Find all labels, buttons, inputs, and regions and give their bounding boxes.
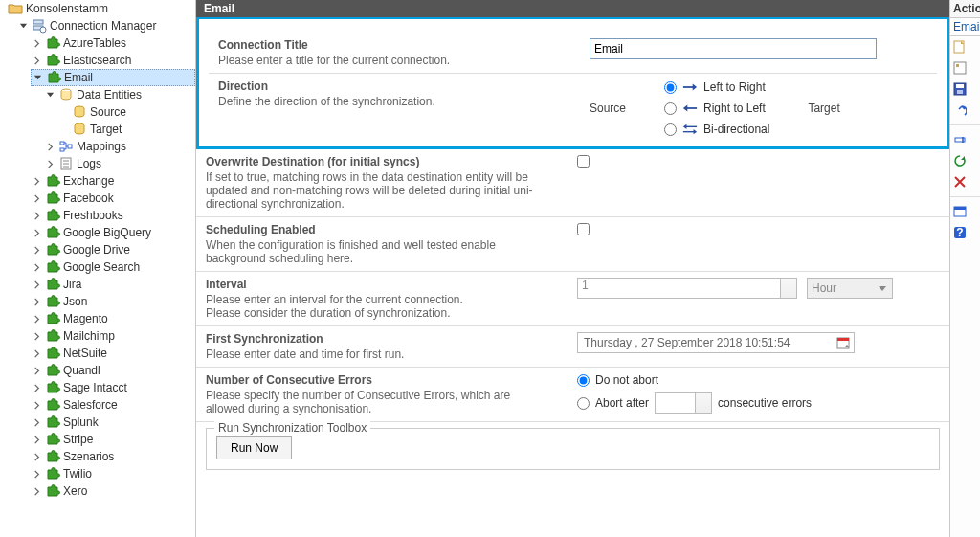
chevron-right-icon[interactable] <box>31 192 42 204</box>
tree-item-stripe[interactable]: Stripe <box>31 431 195 448</box>
action-save[interactable] <box>950 78 980 100</box>
tree-item-google-search[interactable]: Google Search <box>31 258 195 276</box>
tree-item-facebook[interactable]: Facebook <box>31 190 195 207</box>
direction-rtl-radio[interactable] <box>664 102 677 115</box>
svg-rect-8 <box>68 145 72 148</box>
tree-item-szenarios[interactable]: Szenarios <box>31 448 195 465</box>
tree-item-google-bigquery[interactable]: Google BigQuery <box>31 224 195 241</box>
tree-item-google-drive[interactable]: Google Drive <box>31 241 195 258</box>
direction-ltr-option[interactable]: Left to Right <box>664 79 769 95</box>
chevron-down-icon[interactable] <box>44 89 56 101</box>
tree-item-mappings[interactable]: Mappings <box>44 138 195 155</box>
errors-abort-radio[interactable] <box>577 397 590 410</box>
tree-item-freshbooks[interactable]: Freshbooks <box>31 207 195 224</box>
action-window[interactable] <box>950 201 980 222</box>
first-sync-datetime[interactable]: Thursday , 27 September 2018 10:51:54 <box>577 332 855 353</box>
direction-bi-option[interactable]: Bi-directional <box>664 122 769 137</box>
errors-abort-pre: Abort after <box>595 396 649 410</box>
puzzle-icon <box>45 277 60 292</box>
chevron-right-icon[interactable] <box>31 279 42 290</box>
action-properties[interactable] <box>950 57 980 78</box>
tree-item-data-entities[interactable]: Data Entities <box>44 86 195 103</box>
direction-bi-radio[interactable] <box>664 123 677 136</box>
direction-target-label: Target <box>808 101 839 115</box>
chevron-up-icon[interactable] <box>701 397 708 401</box>
chevron-down-icon[interactable] <box>17 20 29 32</box>
tree-connection-manager[interactable]: Connection Manager <box>17 17 195 34</box>
chevron-right-icon[interactable] <box>31 347 42 359</box>
chevron-right-icon[interactable] <box>31 485 42 497</box>
chevron-right-icon[interactable] <box>31 227 42 238</box>
chevron-right-icon[interactable] <box>31 261 42 273</box>
tree-item-elasticsearch[interactable]: Elasticsearch <box>31 52 195 69</box>
tree[interactable]: Konsolenstamm Connection Manager Az <box>0 0 195 500</box>
svg-rect-0 <box>33 20 43 24</box>
tree-item-target[interactable]: Target <box>57 121 195 138</box>
chevron-right-icon[interactable] <box>31 468 42 480</box>
chevron-right-icon[interactable] <box>44 141 56 152</box>
errors-abort-option[interactable]: Abort after consecutive errors <box>577 392 812 414</box>
action-refresh[interactable] <box>950 150 980 171</box>
chevron-right-icon[interactable] <box>31 175 42 187</box>
chevron-right-icon[interactable] <box>31 313 42 324</box>
chevron-right-icon[interactable] <box>31 365 42 376</box>
puzzle-icon <box>45 346 60 361</box>
chevron-right-icon[interactable] <box>31 296 42 307</box>
tree-item-source[interactable]: Source <box>57 103 195 121</box>
folder-icon <box>8 1 23 16</box>
direction-sub: Define the direction of the synchronizat… <box>218 95 563 108</box>
tree-root[interactable]: Konsolenstamm <box>4 0 195 17</box>
action-help[interactable]: ? <box>950 222 980 243</box>
tree-item-magento[interactable]: Magento <box>31 310 195 327</box>
action-rename[interactable] <box>950 129 980 150</box>
interval-unit-combo[interactable]: Hour <box>807 278 893 299</box>
tree-item-xero[interactable]: Xero <box>31 482 195 500</box>
database-icon <box>58 87 74 102</box>
tree-item-json[interactable]: Json <box>31 293 195 310</box>
chevron-right-icon[interactable] <box>31 55 42 66</box>
overwrite-checkbox[interactable] <box>577 155 590 168</box>
chevron-right-icon[interactable] <box>31 434 42 445</box>
chevron-down-icon[interactable] <box>701 405 708 409</box>
calendar-icon[interactable] <box>836 336 850 352</box>
direction-ltr-radio[interactable] <box>664 81 677 94</box>
connection-title-input[interactable] <box>590 38 877 59</box>
chevron-right-icon[interactable] <box>31 399 42 411</box>
chevron-down-icon[interactable] <box>32 72 43 83</box>
tree-item-jira[interactable]: Jira <box>31 276 195 293</box>
tree-item-email[interactable]: Email <box>31 69 195 86</box>
mappings-icon <box>58 139 74 154</box>
tree-item-azuretables[interactable]: AzureTables <box>31 34 195 52</box>
chevron-right-icon[interactable] <box>31 210 42 221</box>
tree-item-splunk[interactable]: Splunk <box>31 414 195 431</box>
tree-item-quandl[interactable]: Quandl <box>31 362 195 379</box>
tree-item-label: Target <box>90 123 122 136</box>
direction-rtl-option[interactable]: Right to Left <box>664 101 769 116</box>
chevron-right-icon[interactable] <box>31 244 42 256</box>
tree-item-salesforce[interactable]: Salesforce <box>31 396 195 414</box>
run-now-button[interactable]: Run Now <box>216 436 292 459</box>
interval-spinner[interactable]: 1 <box>577 278 797 299</box>
errors-noabort-option[interactable]: Do not abort <box>577 373 812 387</box>
tree-item-twilio[interactable]: Twilio <box>31 465 195 482</box>
tree-item-exchange[interactable]: Exchange <box>31 172 195 190</box>
puzzle-icon <box>45 35 60 51</box>
chevron-right-icon[interactable] <box>44 158 56 169</box>
action-delete[interactable] <box>950 171 980 192</box>
chevron-right-icon[interactable] <box>31 451 42 462</box>
tree-item-netsuite[interactable]: NetSuite <box>31 345 195 362</box>
tree-item-mailchimp[interactable]: Mailchimp <box>31 327 195 345</box>
errors-noabort-radio[interactable] <box>577 374 590 387</box>
action-undo[interactable] <box>950 100 980 121</box>
chevron-down-icon[interactable] <box>786 290 793 294</box>
tree-item-logs[interactable]: Logs <box>44 155 195 172</box>
tree-item-sage-intacct[interactable]: Sage Intacct <box>31 379 195 396</box>
errors-count-spinner[interactable] <box>655 392 712 414</box>
scheduling-checkbox[interactable] <box>577 223 590 235</box>
chevron-up-icon[interactable] <box>786 282 793 286</box>
chevron-right-icon[interactable] <box>31 382 42 393</box>
action-new[interactable] <box>950 36 980 57</box>
chevron-right-icon[interactable] <box>31 330 42 342</box>
chevron-right-icon[interactable] <box>31 416 42 428</box>
chevron-right-icon[interactable] <box>31 37 42 49</box>
